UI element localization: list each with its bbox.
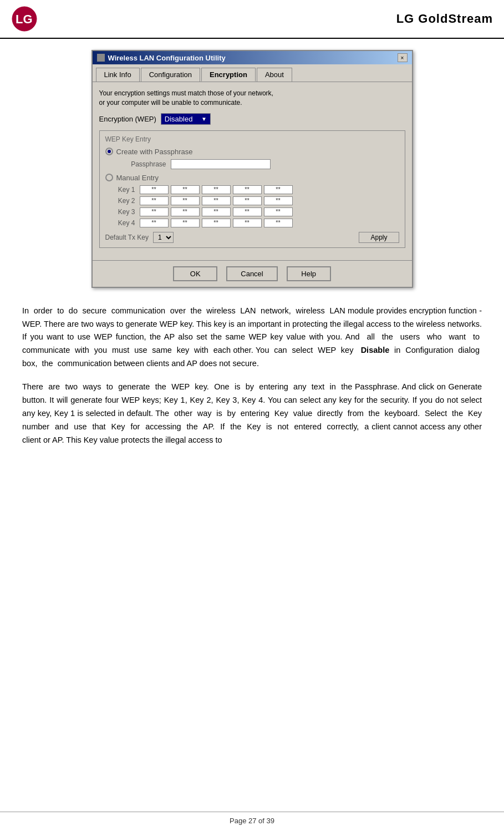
lg-logo-icon: LG: [11, 6, 38, 32]
key2-row: Key 2 ** ** ** ** **: [111, 196, 399, 205]
key4-field4[interactable]: **: [233, 219, 262, 227]
key2-field3[interactable]: **: [202, 196, 231, 205]
dialog-titlebar: Wireless LAN Configuration Utility ×: [93, 51, 412, 64]
tab-encryption[interactable]: Encryption: [201, 68, 256, 82]
key4-label: Key 4: [111, 219, 135, 227]
radio-create-passphrase-row: Create with Passphrase: [105, 148, 399, 156]
txkey-select[interactable]: 1 2 3 4: [153, 232, 174, 243]
key1-field3[interactable]: **: [202, 185, 231, 194]
radio-create-passphrase-label: Create with Passphrase: [116, 148, 193, 156]
key3-row: Key 3 ** ** ** ** **: [111, 207, 399, 216]
ok-button[interactable]: OK: [173, 266, 217, 281]
disable-keyword: Disable: [361, 346, 390, 354]
dialog-tabs: Link Info Configuration Encryption About: [93, 64, 412, 82]
help-button[interactable]: Help: [287, 266, 331, 281]
tab-about[interactable]: About: [257, 68, 292, 82]
page-number: Page 27 of 39: [230, 817, 274, 825]
apply-button[interactable]: Apply: [359, 232, 399, 243]
page-footer: Page 27 of 39: [0, 812, 504, 825]
key2-field4[interactable]: **: [233, 196, 262, 205]
key1-label: Key 1: [111, 186, 135, 194]
key1-field1[interactable]: **: [140, 185, 169, 194]
key1-field4[interactable]: **: [233, 185, 262, 194]
key1-field5[interactable]: **: [264, 185, 293, 194]
radio-manual-entry[interactable]: [105, 174, 113, 181]
key1-row: Key 1 ** ** ** ** **: [111, 185, 399, 194]
dialog-body: Your encryption settings must match thos…: [93, 82, 412, 260]
key4-field5[interactable]: **: [264, 219, 293, 227]
dialog-container: Wireless LAN Configuration Utility × Lin…: [22, 50, 482, 288]
svg-text:LG: LG: [16, 12, 33, 26]
key3-field2[interactable]: **: [171, 207, 200, 216]
key4-field1[interactable]: **: [140, 219, 169, 227]
dialog-window: Wireless LAN Configuration Utility × Lin…: [91, 50, 413, 288]
key4-field2[interactable]: **: [171, 219, 200, 227]
txkey-label: Default Tx Key: [105, 234, 149, 241]
app-title: LG GoldStream: [396, 12, 493, 26]
logo-area: LG: [11, 6, 38, 32]
encryption-label: Encryption (WEP): [99, 115, 156, 123]
encryption-select[interactable]: Disabled ▼: [161, 113, 211, 125]
radio-manual-entry-label: Manual Entry: [116, 174, 159, 182]
wep-key-entry-group: WEP Key Entry Create with Passphrase Pas…: [99, 130, 405, 248]
encryption-selected-value: Disabled: [165, 115, 193, 123]
key4-field3[interactable]: **: [202, 219, 231, 227]
key4-row: Key 4 ** ** ** ** **: [111, 219, 399, 227]
key2-field5[interactable]: **: [264, 196, 293, 205]
key1-field2[interactable]: **: [171, 185, 200, 194]
radio-manual-entry-row: Manual Entry: [105, 174, 399, 182]
passphrase-row: Passphrase: [122, 159, 399, 169]
main-content: Wireless LAN Configuration Utility × Lin…: [0, 39, 504, 479]
passphrase-label: Passphrase: [122, 160, 166, 168]
paragraph-2: There are two ways to generate the WEP k…: [22, 381, 482, 447]
radio-create-passphrase[interactable]: [105, 148, 113, 155]
encryption-row: Encryption (WEP) Disabled ▼: [99, 113, 405, 125]
wep-group-title: WEP Key Entry: [105, 135, 399, 143]
key3-field5[interactable]: **: [264, 207, 293, 216]
dialog-footer: OK Cancel Help: [93, 260, 412, 287]
passphrase-input[interactable]: [171, 159, 271, 169]
key3-field4[interactable]: **: [233, 207, 262, 216]
tab-configuration[interactable]: Configuration: [141, 68, 200, 82]
titlebar-left: Wireless LAN Configuration Utility: [97, 54, 226, 62]
key2-field1[interactable]: **: [140, 196, 169, 205]
dropdown-arrow-icon: ▼: [201, 116, 207, 122]
key3-field3[interactable]: **: [202, 207, 231, 216]
dialog-note: Your encryption settings must match thos…: [99, 89, 405, 108]
dialog-app-icon: [97, 54, 105, 62]
page-header: LG LG GoldStream: [0, 0, 504, 39]
txkey-row: Default Tx Key 1 2 3 4 Apply: [105, 232, 399, 243]
paragraph-1: In order to do secure communication over…: [22, 305, 482, 371]
dialog-close-button[interactable]: ×: [398, 53, 408, 62]
key2-label: Key 2: [111, 197, 135, 205]
cancel-button[interactable]: Cancel: [226, 266, 277, 281]
key3-label: Key 3: [111, 208, 135, 216]
key2-field2[interactable]: **: [171, 196, 200, 205]
key3-field1[interactable]: **: [140, 207, 169, 216]
dialog-title: Wireless LAN Configuration Utility: [108, 54, 226, 62]
tab-link-info[interactable]: Link Info: [96, 68, 140, 82]
